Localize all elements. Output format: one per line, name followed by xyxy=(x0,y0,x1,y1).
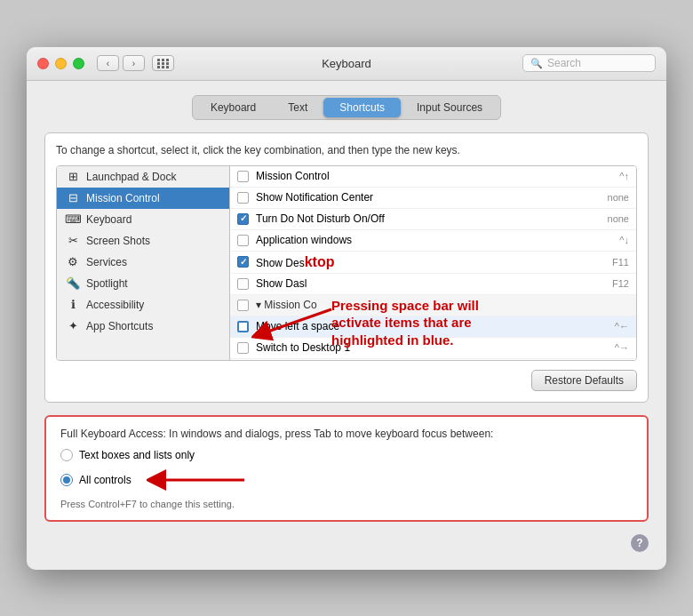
shortcut-label-move-left: Move left a space xyxy=(256,320,608,332)
shortcut-label-app-windows: Application windows xyxy=(256,234,612,246)
shortcut-label-dnd: Turn Do Not Disturb On/Off xyxy=(256,212,601,225)
sidebar-item-keyboard[interactable]: ⌨ Keyboard xyxy=(57,209,229,230)
sidebar-item-screenshots[interactable]: ✂ Screen Shots xyxy=(57,230,229,252)
mission-control-icon: ⊟ xyxy=(66,191,80,205)
radio-all-controls[interactable]: All controls xyxy=(60,467,633,493)
radio-all-controls-label: All controls xyxy=(79,474,131,486)
radio-text-boxes-label: Text boxes and lists only xyxy=(79,449,195,461)
tab-shortcuts[interactable]: Shortcuts xyxy=(323,98,401,117)
search-placeholder: Search xyxy=(547,57,581,69)
traffic-lights xyxy=(37,58,84,69)
shortcut-key-show-dashboard: F12 xyxy=(612,278,629,289)
sidebar-item-launchpad[interactable]: ⊞ Launchpad & Dock xyxy=(57,166,229,188)
shortcuts-sidebar: ⊞ Launchpad & Dock ⊟ Mission Control ⌨ K… xyxy=(57,166,230,360)
shortcuts-panel: ⊞ Launchpad & Dock ⊟ Mission Control ⌨ K… xyxy=(56,165,637,361)
tab-input-sources[interactable]: Input Sources xyxy=(401,98,498,117)
tab-container: Keyboard Text Shortcuts Input Sources xyxy=(192,95,501,120)
sidebar-label-app-shortcuts: App Shortcuts xyxy=(86,320,153,332)
instruction-text: To change a shortcut, select it, click t… xyxy=(56,144,637,156)
keyboard-window: ‹ › Keyboard 🔍 Search Keyboard Text Shor… xyxy=(27,47,666,570)
content-area: Keyboard Text Shortcuts Input Sources To… xyxy=(27,81,666,570)
keyboard-access-title: Full Keyboard Access: In windows and dia… xyxy=(60,428,633,440)
restore-defaults-button[interactable]: Restore Defaults xyxy=(531,370,637,391)
press-hint: Press Control+F7 to change this setting. xyxy=(60,499,633,509)
checkbox-app-windows[interactable] xyxy=(237,235,249,246)
checkbox-mc-header[interactable] xyxy=(237,300,249,311)
shortcut-row-mission-control[interactable]: Mission Control ^↑ xyxy=(230,166,636,188)
sidebar-item-services[interactable]: ⚙ Services xyxy=(57,252,229,273)
shortcut-key-mission-control: ^↑ xyxy=(619,171,629,181)
sidebar-item-accessibility[interactable]: ℹ Accessibility xyxy=(57,294,229,316)
launchpad-icon: ⊞ xyxy=(66,170,80,184)
shortcut-label-notification: Show Notification Center xyxy=(256,191,601,204)
window-title: Keyboard xyxy=(322,57,371,70)
shortcut-key-dnd: none xyxy=(608,213,629,224)
tabs: Keyboard Text Shortcuts Input Sources xyxy=(44,95,649,120)
sidebar-label-launchpad: Launchpad & Dock xyxy=(86,171,176,183)
sidebar-item-app-shortcuts[interactable]: ✦ App Shortcuts xyxy=(57,316,229,337)
tab-keyboard[interactable]: Keyboard xyxy=(195,98,272,117)
main-panel: To change a shortcut, select it, click t… xyxy=(44,132,649,403)
shortcut-key-app-windows: ^↓ xyxy=(619,235,629,245)
radio-text-boxes-circle[interactable] xyxy=(60,449,73,461)
titlebar: ‹ › Keyboard 🔍 Search xyxy=(27,47,666,81)
app-shortcuts-icon: ✦ xyxy=(66,319,80,333)
shortcut-row-switch-desktop[interactable]: Switch to Desktop 1 ^1 xyxy=(230,359,636,360)
shortcut-key-move-left: ^← xyxy=(615,321,629,332)
checkbox-move-left[interactable] xyxy=(237,321,249,332)
radio-text-boxes[interactable]: Text boxes and lists only xyxy=(60,449,633,461)
shortcut-row-move-right[interactable]: Switch to Desktop 1 ^→ xyxy=(230,338,636,359)
sidebar-label-accessibility: Accessibility xyxy=(86,299,144,311)
sidebar-item-mission-control[interactable]: ⊟ Mission Control xyxy=(57,188,229,209)
keyboard-icon: ⌨ xyxy=(66,212,80,227)
close-button[interactable] xyxy=(37,58,49,69)
accessibility-icon: ℹ xyxy=(66,298,80,312)
shortcut-label-mc-header: ▾ Mission Co xyxy=(256,299,629,311)
restore-btn-row: Restore Defaults xyxy=(56,370,637,391)
grid-button[interactable] xyxy=(152,55,174,71)
shortcut-row-show-dashboard[interactable]: Show Dasl F12 xyxy=(230,274,636,295)
checkbox-dnd[interactable] xyxy=(237,213,249,225)
tab-text[interactable]: Text xyxy=(272,98,323,117)
back-button[interactable]: ‹ xyxy=(97,55,119,71)
search-icon: 🔍 xyxy=(530,58,543,69)
screenshots-icon: ✂ xyxy=(66,234,80,248)
checkbox-move-right[interactable] xyxy=(237,342,249,354)
annotation-arrow-2 xyxy=(147,467,253,493)
shortcut-label-move-right: Switch to Desktop 1 xyxy=(256,341,608,354)
search-box[interactable]: 🔍 Search xyxy=(522,54,656,72)
shortcut-row-notification[interactable]: Show Notification Center none xyxy=(230,188,636,209)
shortcut-key-notification: none xyxy=(608,192,629,203)
shortcuts-list: Mission Control ^↑ Show Notification Cen… xyxy=(230,166,636,360)
forward-button[interactable]: › xyxy=(123,55,145,71)
checkbox-notification[interactable] xyxy=(237,192,249,204)
grid-icon xyxy=(157,59,170,68)
checkbox-mission-control[interactable] xyxy=(237,171,249,182)
sidebar-label-keyboard: Keyboard xyxy=(86,213,131,226)
shortcut-row-move-left[interactable]: Move left a space ^← xyxy=(230,316,636,338)
shortcut-row-show-desktop[interactable]: Show Desktop F11 xyxy=(230,252,636,274)
sidebar-label-spotlight: Spotlight xyxy=(86,277,128,290)
services-icon: ⚙ xyxy=(66,255,80,269)
sidebar-item-spotlight[interactable]: 🔦 Spotlight xyxy=(57,273,229,294)
shortcut-row-mc-header[interactable]: ▾ Mission Co xyxy=(230,295,636,316)
sidebar-label-mission-control: Mission Control xyxy=(86,192,160,204)
shortcut-row-dnd[interactable]: Turn Do Not Disturb On/Off none xyxy=(230,209,636,230)
nav-buttons: ‹ › xyxy=(97,55,145,71)
shortcut-row-app-windows[interactable]: Application windows ^↓ xyxy=(230,230,636,252)
checkbox-show-desktop[interactable] xyxy=(237,256,249,268)
help-button[interactable]: ? xyxy=(631,534,649,552)
maximize-button[interactable] xyxy=(73,58,84,69)
sidebar-label-services: Services xyxy=(86,256,127,268)
radio-all-controls-circle[interactable] xyxy=(60,474,73,486)
help-btn-row: ? xyxy=(44,534,649,552)
keyboard-access-box: Full Keyboard Access: In windows and dia… xyxy=(44,415,649,522)
shortcut-key-move-right: ^→ xyxy=(615,342,629,353)
shortcut-label-mission-control: Mission Control xyxy=(256,170,612,182)
annotation-inline: ktop xyxy=(305,254,335,269)
shortcut-key-show-desktop: F11 xyxy=(612,257,629,268)
sidebar-label-screenshots: Screen Shots xyxy=(86,235,150,247)
minimize-button[interactable] xyxy=(55,58,67,69)
checkbox-show-dashboard[interactable] xyxy=(237,278,249,290)
shortcut-label-show-dashboard: Show Dasl xyxy=(256,277,605,290)
